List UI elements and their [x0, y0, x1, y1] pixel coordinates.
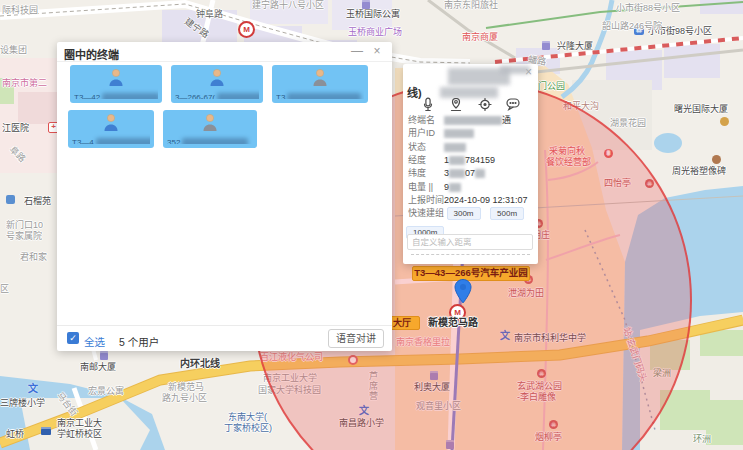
detail-row: 上报时间2024-10-09 12:31:07	[408, 194, 533, 206]
redacted-text	[287, 93, 361, 99]
voice-talk-button[interactable]: 语音对讲	[328, 329, 384, 348]
detail-row: 状态	[408, 141, 533, 153]
field-label: 电量 ||	[408, 181, 444, 193]
custom-distance-input[interactable]	[407, 234, 533, 250]
terminal-card[interactable]: T3—42	[70, 65, 162, 103]
close-icon[interactable]: ×	[370, 44, 384, 58]
terminal-label: 3—266-67(	[175, 88, 259, 99]
detail-row: 用户ID	[408, 127, 533, 139]
redacted-text	[102, 93, 158, 99]
dialog-header: 圈中的终端 — ×	[57, 42, 392, 62]
redacted-value	[449, 169, 465, 178]
redacted-value	[475, 169, 485, 178]
terminal-label: T3	[276, 88, 364, 99]
terminal-card[interactable]: 3—266-67(	[171, 65, 263, 103]
redacted-value	[444, 129, 474, 138]
redacted-value	[449, 183, 461, 192]
redacted-value	[444, 116, 502, 125]
action-icon-row	[403, 97, 538, 115]
field-label: 用户ID	[408, 127, 444, 139]
location-pin-marker[interactable]	[454, 279, 472, 304]
redacted-text	[96, 138, 150, 144]
field-value: 784159	[465, 155, 495, 165]
detail-row: 经度1784159	[408, 154, 533, 166]
detail-row: 终端名通	[408, 114, 533, 126]
terminal-card[interactable]: T3	[272, 65, 368, 103]
field-label: 上报时间	[408, 194, 444, 206]
field-label: 状态	[408, 141, 444, 153]
redacted-value	[449, 156, 465, 165]
redacted-title-2	[500, 66, 530, 74]
field-value: 2024-10-09 12:31:07	[444, 195, 528, 205]
terminals-dialog: 圈中的终端 — × T3—423—266-67(T3T3—4352 ✓ 全选 5…	[57, 42, 392, 351]
terminal-card[interactable]: 352	[163, 110, 257, 148]
metro-station-label: 新模范马路	[428, 318, 478, 328]
terminal-label: T3—42	[74, 88, 158, 99]
redacted-value	[444, 143, 466, 152]
quick-group-label: 快速建组	[408, 207, 444, 219]
detail-row: 纬度307	[408, 167, 533, 179]
terminal-card[interactable]: T3—4	[68, 110, 154, 148]
terminal-detail-popup: × 线)	[403, 64, 538, 264]
dialog-title: 圈中的终端	[64, 46, 119, 62]
minimize-icon[interactable]: —	[350, 44, 364, 58]
field-value: 07	[465, 168, 475, 178]
field-label: 经度	[408, 154, 444, 166]
redacted-text	[182, 138, 248, 144]
select-all-label[interactable]: 全选	[84, 334, 105, 349]
user-count: 5 个用户	[119, 334, 159, 349]
quick-group-row: 快速建组 300m 500m	[408, 207, 533, 219]
terminal-label: 352	[167, 133, 253, 144]
map-application: 际科技园设集团钟阜路建宁路十八号小区建宁路玉桥国际公寓玉桥商业广场南京东阳旅社南…	[0, 0, 743, 450]
select-all-checkbox[interactable]: ✓	[67, 332, 79, 344]
quick-500m-button[interactable]: 500m	[490, 207, 524, 220]
divider	[411, 254, 530, 255]
redacted-text	[217, 93, 259, 99]
detail-row: 电量 ||9	[408, 181, 533, 193]
dialog-footer: ✓ 全选 5 个用户 语音对讲	[57, 325, 392, 351]
quick-300m-button[interactable]: 300m	[447, 207, 481, 220]
terminal-label: T3—4	[72, 133, 150, 144]
field-value: 通	[502, 115, 511, 125]
field-label: 终端名	[408, 114, 444, 126]
field-label: 纬度	[408, 167, 444, 179]
